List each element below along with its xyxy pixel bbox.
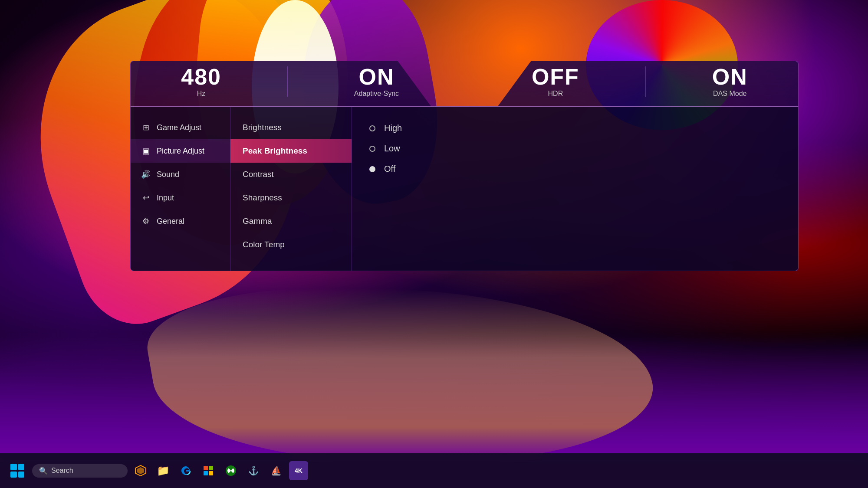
option-off-label: Off bbox=[384, 164, 395, 174]
sound-icon: 🔊 bbox=[141, 170, 151, 179]
option-low-label: Low bbox=[384, 144, 400, 154]
menu-color-temp[interactable]: Color Temp bbox=[230, 233, 352, 256]
start-button[interactable] bbox=[9, 462, 26, 479]
das-mode-value: ON bbox=[712, 66, 748, 88]
hdr-label: HDR bbox=[532, 90, 579, 98]
option-off[interactable]: Off bbox=[369, 159, 781, 179]
search-bar[interactable]: 🔍 Search bbox=[32, 464, 128, 478]
hz-value: 480 bbox=[181, 66, 221, 88]
sidebar: ⊞ Game Adjust ▣ Picture Adjust 🔊 Sound ↩… bbox=[131, 107, 230, 271]
file-explorer-icon: 📁 bbox=[157, 465, 170, 477]
sidebar-item-label-sound: Sound bbox=[157, 170, 179, 179]
option-high[interactable]: High bbox=[369, 118, 781, 138]
center-menu: Brightness Peak Brightness Contrast Shar… bbox=[230, 107, 352, 271]
windows-icon bbox=[10, 464, 24, 478]
sidebar-item-label-input: Input bbox=[157, 193, 174, 203]
sharpness-label: Sharpness bbox=[243, 193, 282, 203]
hdr-status: OFF HDR bbox=[532, 66, 579, 98]
sidebar-item-general[interactable]: ⚙ General bbox=[131, 210, 230, 233]
sep3 bbox=[645, 66, 646, 97]
das-mode-label: DAS Mode bbox=[712, 90, 748, 98]
svg-rect-5 bbox=[209, 471, 213, 475]
taskbar-icon-corsair2[interactable]: ⛵ bbox=[266, 461, 286, 480]
hz-status: 480 Hz bbox=[181, 66, 221, 98]
hdr-value: OFF bbox=[532, 66, 579, 88]
search-icon: 🔍 bbox=[39, 467, 48, 475]
sep1 bbox=[287, 66, 288, 97]
menu-gamma[interactable]: Gamma bbox=[230, 210, 352, 233]
taskbar: 🔍 Search 📁 ⚓ ⛵ bbox=[0, 453, 868, 488]
game-adjust-icon: ⊞ bbox=[141, 123, 151, 132]
adaptive-sync-value: ON bbox=[354, 66, 399, 88]
sidebar-item-sound[interactable]: 🔊 Sound bbox=[131, 163, 230, 186]
corsair2-icon: ⛵ bbox=[271, 465, 282, 476]
radio-off bbox=[369, 166, 375, 172]
color-temp-label: Color Temp bbox=[243, 240, 285, 249]
svg-rect-4 bbox=[204, 471, 208, 475]
peak-brightness-label: Peak Brightness bbox=[243, 146, 307, 156]
sidebar-item-game-adjust[interactable]: ⊞ Game Adjust bbox=[131, 116, 230, 139]
input-icon: ↩ bbox=[141, 193, 151, 203]
osd-container: 480 Hz ON Adaptive-Sync OFF HDR ON DAS M… bbox=[130, 61, 799, 401]
taskbar-icon-edge[interactable] bbox=[176, 461, 195, 480]
store-icon bbox=[202, 465, 214, 477]
right-panel: High Low Off bbox=[352, 107, 798, 271]
sep2 bbox=[465, 66, 465, 97]
4k-label: 4K bbox=[295, 467, 302, 474]
cortana-svg bbox=[135, 465, 147, 477]
taskbar-icon-corsair1[interactable]: ⚓ bbox=[244, 461, 263, 480]
gamma-label: Gamma bbox=[243, 216, 272, 226]
sidebar-item-label-general: General bbox=[157, 217, 184, 226]
contrast-label: Contrast bbox=[243, 170, 274, 179]
radio-low bbox=[369, 146, 375, 152]
radio-high bbox=[369, 125, 375, 131]
hz-unit: Hz bbox=[181, 90, 221, 98]
menu-brightness[interactable]: Brightness bbox=[230, 116, 352, 139]
menu-peak-brightness[interactable]: Peak Brightness bbox=[230, 139, 352, 163]
taskbar-icon-store[interactable] bbox=[199, 461, 218, 480]
das-mode-status: ON DAS Mode bbox=[712, 66, 748, 98]
search-text: Search bbox=[51, 467, 73, 475]
sidebar-item-picture-adjust[interactable]: ▣ Picture Adjust bbox=[131, 139, 230, 163]
taskbar-icon-file-explorer[interactable]: 📁 bbox=[154, 461, 173, 480]
svg-marker-1 bbox=[137, 467, 144, 474]
xbox-icon bbox=[225, 465, 237, 477]
edge-icon bbox=[180, 465, 192, 477]
menu-contrast[interactable]: Contrast bbox=[230, 163, 352, 186]
status-bar: 480 Hz ON Adaptive-Sync OFF HDR ON DAS M… bbox=[130, 61, 799, 106]
option-high-label: High bbox=[384, 123, 402, 133]
general-icon: ⚙ bbox=[141, 216, 151, 226]
corsair1-icon: ⚓ bbox=[248, 465, 259, 476]
svg-rect-2 bbox=[204, 466, 208, 470]
taskbar-icon-xbox[interactable] bbox=[221, 461, 240, 480]
taskbar-icon-4k[interactable]: 4K bbox=[289, 461, 308, 480]
picture-adjust-icon: ▣ bbox=[141, 146, 151, 156]
svg-rect-3 bbox=[209, 466, 213, 470]
sidebar-item-label-picture-adjust: Picture Adjust bbox=[157, 147, 204, 156]
sidebar-item-label-game-adjust: Game Adjust bbox=[157, 123, 201, 132]
brightness-label: Brightness bbox=[243, 123, 282, 132]
taskbar-icon-cortana[interactable] bbox=[131, 461, 150, 480]
main-menu: ⊞ Game Adjust ▣ Picture Adjust 🔊 Sound ↩… bbox=[130, 106, 799, 271]
sidebar-item-input[interactable]: ↩ Input bbox=[131, 186, 230, 210]
option-low[interactable]: Low bbox=[369, 138, 781, 159]
adaptive-sync-status: ON Adaptive-Sync bbox=[354, 66, 399, 98]
adaptive-sync-label: Adaptive-Sync bbox=[354, 90, 399, 98]
menu-sharpness[interactable]: Sharpness bbox=[230, 186, 352, 210]
